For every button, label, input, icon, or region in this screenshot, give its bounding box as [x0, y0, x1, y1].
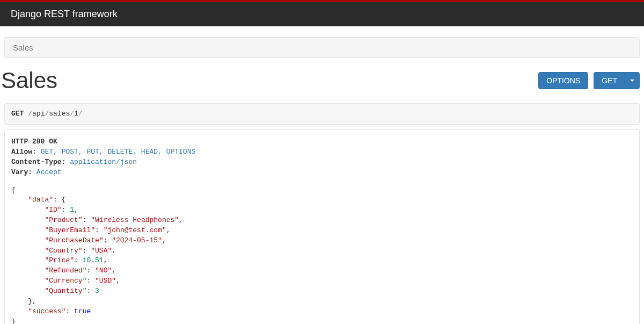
request-line: GET /api/sales/1/: [4, 103, 640, 125]
get-button[interactable]: GET: [594, 72, 625, 89]
options-button[interactable]: OPTIONS: [538, 72, 588, 89]
page-title: Sales: [1, 68, 57, 93]
response-body: { "data": { "ID": 1, "Product": "Wireles…: [11, 185, 633, 324]
response-headers: Allow: GET, POST, PUT, DELETE, HEAD, OPT…: [11, 147, 633, 178]
get-split-button: GET: [594, 72, 640, 89]
brand-link[interactable]: Django REST framework: [11, 9, 118, 19]
response-panel: HTTP 200 OK Allow: GET, POST, PUT, DELET…: [4, 129, 640, 324]
page-header: Sales OPTIONS GET: [0, 58, 644, 99]
navbar: Django REST framework: [0, 2, 644, 26]
get-dropdown-toggle[interactable]: [625, 72, 640, 89]
action-button-group: OPTIONS GET: [538, 72, 640, 89]
chevron-down-icon: [630, 80, 634, 82]
breadcrumb: Sales: [4, 37, 640, 58]
breadcrumb-item[interactable]: Sales: [13, 43, 33, 52]
status-line: HTTP 200 OK: [11, 137, 633, 147]
